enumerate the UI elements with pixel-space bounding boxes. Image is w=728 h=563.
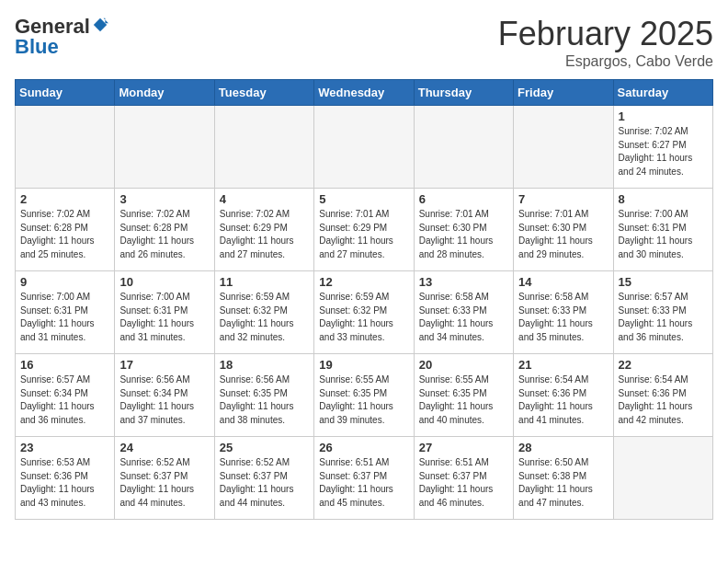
day-number: 9 [20,275,109,289]
day-number: 10 [119,275,209,289]
day-number: 8 [619,192,708,206]
day-number: 15 [619,275,708,289]
day-number: 26 [319,441,408,454]
day-info: Sunrise: 7:01 AMSunset: 6:30 PMDaylight:… [419,208,508,261]
week-row-1: 1Sunrise: 7:02 AMSunset: 6:27 PMDaylight… [16,106,713,189]
weekday-header-saturday: Saturday [613,80,712,106]
calendar-cell [115,106,214,189]
svg-marker-0 [94,18,107,31]
day-info: Sunrise: 6:56 AMSunset: 6:34 PMDaylight:… [119,373,209,427]
title-section: February 2025 Espargos, Cabo Verde [498,15,713,70]
calendar-title: February 2025 [498,15,713,53]
day-info: Sunrise: 6:51 AMSunset: 6:37 PMDaylight:… [419,456,508,510]
day-info: Sunrise: 6:50 AMSunset: 6:38 PMDaylight:… [518,456,608,510]
day-info: Sunrise: 7:02 AMSunset: 6:29 PMDaylight:… [220,208,309,261]
week-row-2: 2Sunrise: 7:02 AMSunset: 6:28 PMDaylight… [16,189,713,271]
calendar-cell: 10Sunrise: 7:00 AMSunset: 6:31 PMDayligh… [115,271,214,354]
week-row-3: 9Sunrise: 7:00 AMSunset: 6:31 PMDaylight… [16,271,713,354]
day-number: 16 [20,358,109,372]
day-number: 2 [20,192,109,206]
calendar-cell: 17Sunrise: 6:56 AMSunset: 6:34 PMDayligh… [115,354,214,437]
day-number: 7 [518,192,608,206]
calendar-cell: 13Sunrise: 6:58 AMSunset: 6:33 PMDayligh… [414,271,513,354]
weekday-header-friday: Friday [514,80,613,106]
calendar-cell: 9Sunrise: 7:00 AMSunset: 6:31 PMDaylight… [16,271,115,354]
calendar-cell: 8Sunrise: 7:00 AMSunset: 6:31 PMDaylight… [613,189,712,271]
calendar-cell: 1Sunrise: 7:02 AMSunset: 6:27 PMDaylight… [613,106,712,189]
logo: General Blue [15,15,108,59]
calendar-cell: 16Sunrise: 6:57 AMSunset: 6:34 PMDayligh… [16,354,115,437]
calendar-cell: 4Sunrise: 7:02 AMSunset: 6:29 PMDaylight… [214,189,313,271]
day-info: Sunrise: 6:57 AMSunset: 6:33 PMDaylight:… [619,291,708,344]
day-number: 14 [518,275,608,289]
calendar-cell [314,106,414,189]
calendar-cell: 26Sunrise: 6:51 AMSunset: 6:37 PMDayligh… [314,437,414,520]
day-info: Sunrise: 6:59 AMSunset: 6:32 PMDaylight:… [220,291,309,344]
day-info: Sunrise: 7:02 AMSunset: 6:28 PMDaylight:… [119,208,209,261]
calendar-cell: 25Sunrise: 6:52 AMSunset: 6:37 PMDayligh… [214,437,313,520]
day-number: 3 [119,192,209,206]
calendar-cell: 18Sunrise: 6:56 AMSunset: 6:35 PMDayligh… [214,354,313,437]
day-number: 20 [419,358,508,372]
calendar-cell [16,106,115,189]
calendar-cell: 3Sunrise: 7:02 AMSunset: 6:28 PMDaylight… [115,189,214,271]
weekday-header-row: SundayMondayTuesdayWednesdayThursdayFrid… [16,80,713,106]
logo-blue-text: Blue [15,35,59,58]
calendar-cell [214,106,313,189]
day-number: 28 [518,441,608,454]
day-number: 25 [220,441,309,454]
day-info: Sunrise: 6:57 AMSunset: 6:34 PMDaylight:… [20,373,109,427]
day-info: Sunrise: 7:02 AMSunset: 6:28 PMDaylight:… [20,208,109,261]
day-info: Sunrise: 7:00 AMSunset: 6:31 PMDaylight:… [119,291,209,344]
day-number: 23 [20,441,109,454]
calendar-cell: 5Sunrise: 7:01 AMSunset: 6:29 PMDaylight… [314,189,414,271]
calendar-cell [613,437,712,520]
day-info: Sunrise: 6:59 AMSunset: 6:32 PMDaylight:… [319,291,408,344]
calendar-cell: 7Sunrise: 7:01 AMSunset: 6:30 PMDaylight… [514,189,613,271]
day-number: 12 [319,275,408,289]
calendar-cell: 12Sunrise: 6:59 AMSunset: 6:32 PMDayligh… [314,271,414,354]
weekday-header-sunday: Sunday [16,80,115,106]
calendar-cell: 14Sunrise: 6:58 AMSunset: 6:33 PMDayligh… [514,271,613,354]
calendar-cell: 6Sunrise: 7:01 AMSunset: 6:30 PMDaylight… [414,189,513,271]
day-number: 21 [518,358,608,372]
day-info: Sunrise: 7:02 AMSunset: 6:27 PMDaylight:… [619,125,708,178]
day-number: 13 [419,275,508,289]
page-header: General Blue February 2025 Espargos, Cab… [15,15,713,70]
day-info: Sunrise: 6:58 AMSunset: 6:33 PMDaylight:… [518,291,608,344]
day-number: 17 [119,358,209,372]
day-number: 18 [220,358,309,372]
day-info: Sunrise: 7:00 AMSunset: 6:31 PMDaylight:… [20,291,109,344]
day-number: 22 [619,358,708,372]
day-info: Sunrise: 6:52 AMSunset: 6:37 PMDaylight:… [220,456,309,510]
weekday-header-wednesday: Wednesday [314,80,414,106]
calendar-cell: 21Sunrise: 6:54 AMSunset: 6:36 PMDayligh… [514,354,613,437]
day-info: Sunrise: 6:54 AMSunset: 6:36 PMDaylight:… [518,373,608,427]
calendar-cell: 27Sunrise: 6:51 AMSunset: 6:37 PMDayligh… [414,437,513,520]
day-info: Sunrise: 6:55 AMSunset: 6:35 PMDaylight:… [419,373,508,427]
day-number: 1 [619,109,708,123]
calendar-cell: 19Sunrise: 6:55 AMSunset: 6:35 PMDayligh… [314,354,414,437]
calendar-cell: 24Sunrise: 6:52 AMSunset: 6:37 PMDayligh… [115,437,214,520]
calendar-cell: 28Sunrise: 6:50 AMSunset: 6:38 PMDayligh… [514,437,613,520]
calendar-subtitle: Espargos, Cabo Verde [498,53,713,70]
day-info: Sunrise: 7:01 AMSunset: 6:30 PMDaylight:… [518,208,608,261]
calendar-cell [414,106,513,189]
day-info: Sunrise: 6:55 AMSunset: 6:35 PMDaylight:… [319,373,408,427]
week-row-5: 23Sunrise: 6:53 AMSunset: 6:36 PMDayligh… [16,437,713,520]
day-number: 24 [119,441,209,454]
day-info: Sunrise: 6:51 AMSunset: 6:37 PMDaylight:… [319,456,408,510]
weekday-header-thursday: Thursday [414,80,513,106]
calendar-cell: 11Sunrise: 6:59 AMSunset: 6:32 PMDayligh… [214,271,313,354]
weekday-header-tuesday: Tuesday [214,80,313,106]
week-row-4: 16Sunrise: 6:57 AMSunset: 6:34 PMDayligh… [16,354,713,437]
day-info: Sunrise: 6:53 AMSunset: 6:36 PMDaylight:… [20,456,109,510]
day-info: Sunrise: 6:54 AMSunset: 6:36 PMDaylight:… [619,373,708,427]
day-number: 4 [220,192,309,206]
day-number: 5 [319,192,408,206]
calendar-cell: 20Sunrise: 6:55 AMSunset: 6:35 PMDayligh… [414,354,513,437]
calendar-table: SundayMondayTuesdayWednesdayThursdayFrid… [15,79,713,520]
day-info: Sunrise: 7:01 AMSunset: 6:29 PMDaylight:… [319,208,408,261]
day-number: 19 [319,358,408,372]
logo-icon [92,17,108,33]
